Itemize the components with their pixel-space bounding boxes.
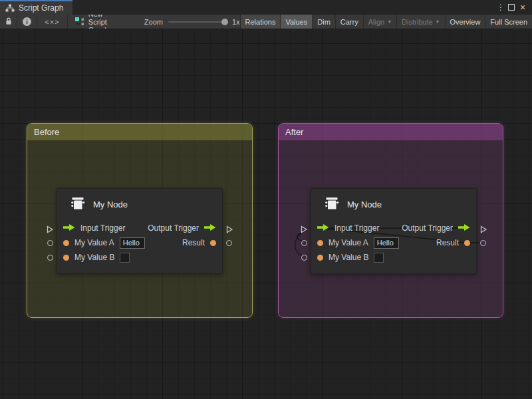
chevron-down-icon: ▼ [436, 19, 440, 24]
result-port-icon[interactable] [210, 240, 216, 246]
value-b-row: My Value B [311, 250, 477, 265]
group-before-header[interactable]: Before [27, 124, 252, 140]
distribute-button[interactable]: Distribute ▼ [396, 15, 444, 29]
output-trigger-port-icon[interactable] [204, 223, 216, 233]
input-trigger-label: Input Trigger [334, 223, 379, 233]
graph-toolbar: i <×> New Script Graph Zoom 1x Relations… [0, 15, 532, 29]
group-before-title: Before [34, 127, 59, 137]
value-b-port-icon[interactable] [317, 255, 323, 261]
graph-hierarchy-icon [5, 4, 15, 12]
graph-asset-label: New Script Graph [68, 15, 127, 29]
value-a-row: My Value A Result [57, 235, 223, 250]
chevron-down-icon: ▼ [387, 19, 392, 24]
overview-button[interactable]: Overview [445, 15, 485, 29]
graph-name: New Script Graph [88, 15, 120, 29]
dim-button[interactable]: Dim [312, 15, 335, 29]
node-title: My Node [93, 200, 128, 209]
node-title: My Node [347, 200, 382, 209]
window-controls: ⋮ × [496, 0, 532, 15]
script-graph-asset-icon [74, 17, 84, 27]
output-trigger-label: Output Trigger [148, 223, 199, 233]
value-b-port-icon[interactable] [63, 255, 69, 261]
trigger-row: Input Trigger Output Trigger [311, 221, 477, 235]
input-trigger-port-icon[interactable] [317, 223, 329, 233]
zoom-control: Zoom 1x [144, 15, 240, 29]
input-trigger-port-icon[interactable] [63, 223, 75, 233]
group-after-header[interactable]: After [279, 124, 503, 140]
relations-button[interactable]: Relations [240, 15, 281, 29]
input-trigger-label: Input Trigger [80, 223, 125, 233]
result-label: Result [436, 238, 459, 247]
info-button[interactable]: i [17, 15, 37, 29]
external-value-a-port[interactable] [301, 240, 307, 246]
window-titlebar: Script Graph ⋮ × [0, 0, 532, 15]
output-trigger-label: Output Trigger [402, 223, 453, 233]
value-b-label: My Value B [74, 253, 114, 262]
lock-button[interactable] [0, 15, 17, 29]
unit-node-icon [324, 196, 340, 213]
value-a-input[interactable] [374, 237, 399, 249]
value-a-row: My Value A Result [311, 235, 477, 250]
external-input-trigger-port[interactable] [300, 224, 308, 236]
group-after-title: After [285, 127, 303, 137]
carry-button[interactable]: Carry [335, 15, 363, 29]
external-value-b-port[interactable] [47, 255, 53, 261]
code-icon: <×> [45, 18, 59, 26]
generate-code-button[interactable]: <×> [37, 15, 68, 29]
node-my-node-after[interactable]: My Node Input Trigger Output Trigger My … [311, 188, 477, 274]
trigger-row: Input Trigger Output Trigger [57, 221, 223, 235]
maximize-icon[interactable] [508, 1, 515, 13]
value-b-label: My Value B [329, 253, 368, 262]
external-value-b-port[interactable] [301, 255, 307, 261]
node-header[interactable]: My Node [324, 196, 382, 213]
external-result-port[interactable] [480, 240, 486, 246]
zoom-value: 1x [232, 18, 240, 26]
value-b-row: My Value B [57, 250, 223, 265]
menu-kebab-icon[interactable]: ⋮ [496, 3, 505, 12]
tab-title: Script Graph [19, 3, 63, 13]
external-result-port[interactable] [226, 240, 232, 246]
external-input-trigger-port[interactable] [46, 224, 54, 236]
output-trigger-port-icon[interactable] [458, 223, 470, 233]
zoom-slider-knob[interactable] [221, 19, 228, 25]
close-icon[interactable]: × [517, 0, 528, 15]
toolbar-buttons: Relations Values Dim Carry Align ▼ Distr… [240, 15, 532, 29]
node-header[interactable]: My Node [70, 196, 128, 213]
value-b-input[interactable] [374, 253, 384, 263]
zoom-slider[interactable] [168, 21, 227, 23]
value-a-port-icon[interactable] [317, 240, 323, 246]
external-output-trigger-port[interactable] [479, 224, 487, 236]
value-a-label: My Value A [74, 238, 114, 247]
graph-canvas[interactable]: Before After My Node [0, 29, 532, 399]
lock-icon [5, 17, 13, 27]
node-my-node-before[interactable]: My Node Input Trigger Output Trigger My … [57, 188, 223, 274]
zoom-label: Zoom [144, 18, 163, 26]
result-port-icon[interactable] [464, 240, 470, 246]
tab-script-graph[interactable]: Script Graph [0, 0, 72, 15]
unit-node-icon [70, 196, 86, 213]
value-b-input[interactable] [120, 253, 130, 263]
value-a-input[interactable] [120, 237, 145, 249]
external-output-trigger-port[interactable] [225, 224, 233, 236]
external-value-a-port[interactable] [47, 240, 53, 246]
info-icon: i [23, 17, 31, 26]
values-button[interactable]: Values [280, 15, 312, 29]
value-a-label: My Value A [329, 238, 368, 247]
fullscreen-button[interactable]: Full Screen [485, 15, 532, 29]
result-label: Result [182, 238, 205, 247]
align-button[interactable]: Align ▼ [363, 15, 396, 29]
value-a-port-icon[interactable] [63, 240, 69, 246]
